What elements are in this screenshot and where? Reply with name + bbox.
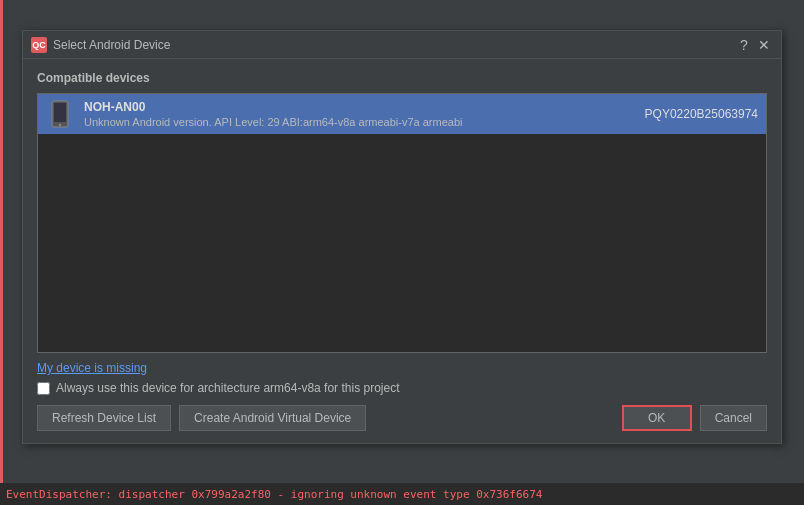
device-icon bbox=[46, 100, 74, 128]
help-button[interactable]: ? bbox=[735, 36, 753, 54]
always-use-checkbox-row: Always use this device for architecture … bbox=[37, 381, 767, 395]
dialog-titlebar: QC Select Android Device ? ✕ bbox=[23, 31, 781, 59]
bottom-bar: EventDispatcher: dispatcher 0x799a2a2f80… bbox=[0, 483, 804, 505]
always-use-checkbox[interactable] bbox=[37, 382, 50, 395]
app-icon: QC bbox=[31, 37, 47, 53]
always-use-label: Always use this device for architecture … bbox=[56, 381, 399, 395]
dialog-title: Select Android Device bbox=[53, 38, 733, 52]
close-button[interactable]: ✕ bbox=[755, 36, 773, 54]
select-android-device-dialog: QC Select Android Device ? ✕ Compatible … bbox=[22, 30, 782, 444]
device-name: NOH-AN00 bbox=[84, 100, 645, 114]
missing-device-link[interactable]: My device is missing bbox=[37, 361, 147, 375]
svg-rect-1 bbox=[54, 103, 66, 122]
device-serial: PQY0220B25063974 bbox=[645, 107, 758, 121]
device-list[interactable]: NOH-AN00 Unknown Android version. API Le… bbox=[37, 93, 767, 353]
svg-point-2 bbox=[59, 124, 61, 126]
create-avd-button[interactable]: Create Android Virtual Device bbox=[179, 405, 366, 431]
button-row: Refresh Device List Create Android Virtu… bbox=[37, 405, 767, 431]
dialog-body: Compatible devices NOH-AN00 Unknown Andr… bbox=[23, 59, 781, 443]
device-info: NOH-AN00 Unknown Android version. API Le… bbox=[84, 100, 645, 128]
device-details: Unknown Android version. API Level: 29 A… bbox=[84, 116, 645, 128]
ok-button[interactable]: OK bbox=[622, 405, 692, 431]
refresh-device-list-button[interactable]: Refresh Device List bbox=[37, 405, 171, 431]
device-row[interactable]: NOH-AN00 Unknown Android version. API Le… bbox=[38, 94, 766, 134]
cancel-button[interactable]: Cancel bbox=[700, 405, 767, 431]
left-accent bbox=[0, 0, 3, 483]
missing-link-row: My device is missing bbox=[37, 361, 767, 375]
section-title: Compatible devices bbox=[37, 71, 767, 85]
bottom-bar-text: EventDispatcher: dispatcher 0x799a2a2f80… bbox=[6, 488, 542, 501]
